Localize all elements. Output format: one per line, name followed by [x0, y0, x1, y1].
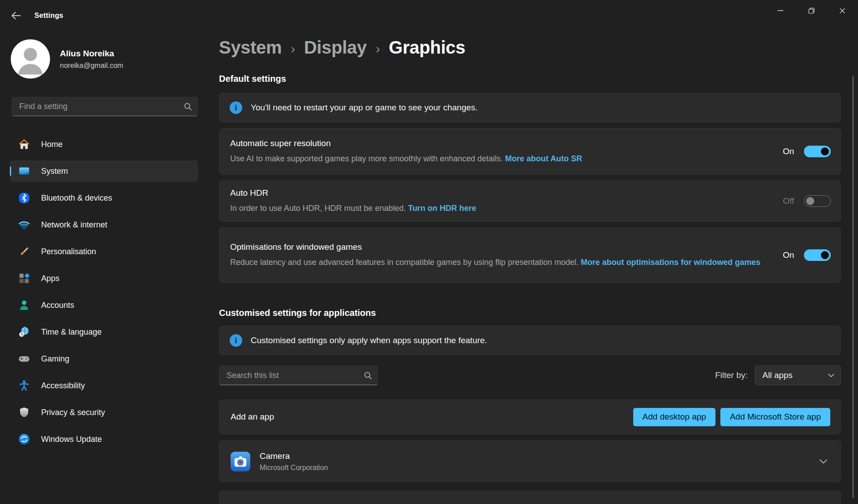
sidebar-item-home[interactable]: Home — [10, 134, 198, 155]
toggle-state-label: On — [783, 250, 794, 260]
sidebar-nav: Home System Bluetooth & devices Net — [10, 134, 198, 455]
close-button[interactable] — [827, 0, 858, 21]
sidebar-item-accounts[interactable]: Accounts — [10, 294, 198, 316]
minimize-button[interactable] — [765, 0, 796, 21]
breadcrumb-display[interactable]: Display — [304, 38, 366, 58]
profile-email: noreika@gmail.com — [60, 62, 123, 70]
breadcrumb-system[interactable]: System — [219, 38, 282, 58]
sidebar-item-label: Gaming — [41, 354, 69, 364]
toggle-knob — [821, 251, 829, 259]
customised-infobar: i Customised settings only apply when ap… — [219, 326, 841, 355]
sidebar: Alius Noreika noreika@gmail.com Home — [0, 27, 199, 504]
toggle-state-label: Off — [783, 196, 794, 206]
auto-sr-toggle[interactable] — [804, 146, 831, 157]
sidebar-item-label: System — [41, 167, 68, 176]
back-button[interactable] — [6, 7, 26, 24]
accessibility-icon — [18, 379, 30, 392]
add-an-app-row: Add an app Add desktop app Add Microsoft… — [219, 399, 841, 434]
sidebar-item-label: Privacy & security — [41, 408, 105, 417]
gaming-icon — [18, 353, 30, 365]
add-an-app-label: Add an app — [231, 412, 633, 422]
network-icon — [18, 218, 30, 231]
profile-name: Alius Noreika — [60, 49, 123, 59]
filter-dropdown[interactable]: All apps — [755, 365, 841, 385]
sidebar-item-label: Bluetooth & devices — [41, 193, 112, 203]
filter-by-label: Filter by: — [715, 370, 748, 380]
privacy-security-icon — [18, 406, 30, 419]
app-name: Camera — [260, 451, 820, 461]
sidebar-item-accessibility[interactable]: Accessibility — [10, 375, 198, 396]
toggle-state-label: On — [783, 147, 794, 156]
chevron-right-icon: › — [375, 39, 380, 56]
add-desktop-app-button[interactable]: Add desktop app — [633, 408, 716, 426]
expand-chevron-icon[interactable] — [820, 459, 827, 464]
sidebar-item-label: Personalisation — [41, 247, 96, 256]
sidebar-item-gaming[interactable]: Gaming — [10, 348, 198, 370]
search-icon — [364, 371, 372, 380]
chevron-right-icon: › — [291, 39, 295, 56]
next-app-row-partial[interactable] — [219, 491, 841, 504]
auto-hdr-text: Auto HDR In order to use Auto HDR, HDR m… — [230, 188, 783, 214]
more-about-optimisations-link[interactable]: More about optimisations for windowed ga… — [581, 258, 761, 267]
sidebar-item-label: Time & language — [41, 328, 101, 337]
filter-group: Filter by: All apps — [715, 365, 841, 385]
add-microsoft-store-app-button[interactable]: Add Microsoft Store app — [720, 408, 830, 426]
search-icon — [184, 102, 192, 111]
search-this-list[interactable] — [219, 365, 378, 385]
sidebar-item-system[interactable]: System — [10, 160, 198, 182]
app-publisher: Microsoft Corporation — [260, 464, 820, 472]
setting-title: Auto HDR — [230, 188, 770, 198]
setting-description: Reduce latency and use advanced features… — [230, 256, 770, 269]
windowed-games-control: On — [783, 249, 831, 261]
sidebar-item-label: Windows Update — [41, 435, 102, 444]
sidebar-item-network-internet[interactable]: Network & internet — [10, 214, 198, 235]
personalisation-icon — [18, 245, 30, 258]
sidebar-item-apps[interactable]: Apps — [10, 268, 198, 289]
restore-icon — [808, 8, 815, 14]
restart-infobar: i You'll need to restart your app or gam… — [219, 93, 841, 122]
auto-hdr-row: Auto HDR In order to use Auto HDR, HDR m… — [219, 181, 841, 222]
sidebar-item-windows-update[interactable]: Windows Update — [10, 428, 198, 450]
sidebar-item-bluetooth-devices[interactable]: Bluetooth & devices — [10, 187, 198, 209]
sidebar-item-label: Home — [41, 140, 63, 149]
chevron-down-icon — [828, 374, 834, 378]
restore-button[interactable] — [796, 0, 827, 21]
sidebar-item-label: Accessibility — [41, 381, 85, 391]
find-a-setting-search[interactable] — [12, 97, 198, 116]
breadcrumb: System › Display › Graphics — [219, 38, 465, 58]
sidebar-item-privacy-security[interactable]: Privacy & security — [10, 402, 198, 423]
camera-app-row[interactable]: Camera Microsoft Corporation — [219, 441, 841, 482]
windows-update-icon — [18, 433, 30, 445]
infobar-text: Customised settings only apply when apps… — [251, 336, 487, 345]
vertical-scrollbar[interactable] — [852, 76, 854, 498]
camera-app-icon — [231, 452, 250, 471]
list-search-input[interactable] — [226, 370, 364, 381]
camera-app-text: Camera Microsoft Corporation — [260, 451, 820, 472]
close-icon — [840, 8, 845, 13]
auto-hdr-toggle[interactable] — [804, 195, 831, 207]
accounts-icon — [18, 299, 30, 311]
infobar-text: You'll need to restart your app or game … — [251, 103, 478, 113]
system-icon — [18, 165, 30, 177]
sidebar-item-label: Network & internet — [41, 220, 107, 230]
sidebar-item-time-language[interactable]: Time & language — [10, 321, 198, 343]
bluetooth-icon — [18, 192, 30, 204]
filter-dropdown-value: All apps — [762, 370, 793, 380]
auto-sr-control: On — [783, 146, 831, 157]
auto-sr-row: Automatic super resolution Use AI to mak… — [219, 128, 841, 175]
info-icon: i — [230, 334, 242, 347]
sidebar-item-personalisation[interactable]: Personalisation — [10, 241, 198, 262]
selected-indicator — [10, 167, 11, 176]
search-input[interactable] — [18, 101, 184, 112]
turn-on-hdr-link[interactable]: Turn on HDR here — [408, 204, 476, 213]
sidebar-item-label: Accounts — [41, 301, 74, 310]
minimize-icon — [778, 10, 783, 11]
auto-sr-text: Automatic super resolution Use AI to mak… — [230, 139, 783, 165]
windowed-games-row: Optimisations for windowed games Reduce … — [219, 227, 841, 283]
toggle-knob — [821, 147, 829, 155]
setting-title: Automatic super resolution — [230, 139, 770, 148]
user-profile[interactable]: Alius Noreika noreika@gmail.com — [11, 39, 123, 79]
more-about-auto-sr-link[interactable]: More about Auto SR — [505, 154, 582, 163]
windowed-games-toggle[interactable] — [804, 249, 831, 261]
toggle-knob — [806, 197, 814, 205]
